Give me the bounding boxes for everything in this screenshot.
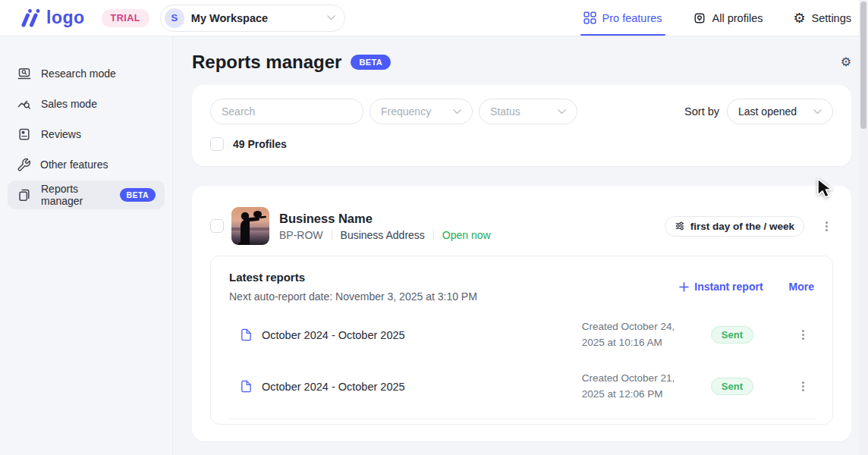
app-window: logo TRIAL S My Workspace Pro features [0, 0, 868, 455]
sidebar-item-label: Research mode [41, 67, 116, 80]
report-menu-kebab-icon[interactable] [796, 380, 810, 394]
app-logo[interactable]: logo [18, 8, 85, 28]
documents-icon [17, 187, 32, 202]
chevron-down-icon [327, 15, 335, 20]
sort-select[interactable]: Last opened [727, 99, 833, 124]
file-icon [240, 328, 253, 342]
report-frequency-pill[interactable]: first day of the / week [665, 216, 804, 237]
grid-icon [583, 11, 596, 24]
created-line1: Created October 21, [582, 372, 675, 384]
sort-value: Last opened [738, 105, 797, 118]
sidebar: Research mode Sales mode Reviews [0, 36, 173, 455]
chevron-down-icon [813, 109, 822, 115]
next-report-date: Next auto-report date: November 3, 2025 … [229, 290, 477, 303]
profiles-count-label: 49 Profiles [233, 138, 287, 150]
sidebar-item-label: Reviews [41, 128, 81, 140]
nav-pro-features[interactable]: Pro features [583, 0, 662, 36]
latest-reports-card: Latest reports Next auto-report date: No… [210, 256, 833, 425]
logo-mark-icon [18, 8, 41, 28]
search-input[interactable] [222, 105, 352, 118]
frequency-select[interactable]: Frequency [370, 99, 473, 124]
instant-report-button[interactable]: Instant report [679, 281, 763, 293]
plus-icon [679, 282, 689, 292]
report-title: October 2024 - October 2025 [262, 329, 582, 341]
page-title: Reports manager [192, 52, 341, 73]
page-beta-badge: BETA [351, 55, 391, 70]
workspace-avatar: S [165, 8, 184, 28]
scrollbar-track[interactable] [859, 0, 868, 455]
logo-text: logo [46, 8, 85, 28]
workspace-selector[interactable]: S My Workspace [160, 5, 345, 32]
created-line2: 2025 at 12:06 PM [582, 388, 663, 400]
laptop-search-icon [17, 66, 32, 81]
mouse-cursor [816, 178, 835, 199]
instant-report-label: Instant report [694, 281, 763, 293]
beta-badge: BETA [120, 188, 156, 202]
chevron-down-icon [453, 109, 461, 115]
frequency-pill-label: first day of the / week [690, 221, 794, 232]
top-navigation: Pro features All profiles Settings [583, 0, 851, 36]
sidebar-item-label: Reports manager [41, 183, 111, 207]
topbar: logo TRIAL S My Workspace Pro features [0, 0, 868, 36]
divider [332, 230, 332, 240]
nav-settings[interactable]: Settings [793, 0, 851, 36]
report-created-date: Created October 21, 2025 at 12:06 PM [582, 371, 702, 403]
created-line1: Created October 24, [582, 321, 675, 332]
report-menu-kebab-icon[interactable] [796, 328, 810, 342]
select-all-checkbox[interactable] [210, 137, 224, 151]
profile-card-icon [693, 11, 706, 25]
filters-card: Frequency Status Sort by [192, 85, 851, 166]
sliders-icon [675, 221, 685, 231]
sidebar-item-reports-manager[interactable]: Reports manager BETA [8, 180, 165, 209]
status-badge: Sent [711, 378, 753, 395]
page-settings-gear-icon[interactable] [841, 55, 851, 69]
sidebar-item-sales-mode[interactable]: Sales mode [8, 89, 165, 118]
file-icon [240, 379, 253, 394]
more-button[interactable]: More [789, 281, 814, 293]
business-code: BP-ROW [279, 229, 323, 241]
nav-all-profiles[interactable]: All profiles [693, 0, 763, 36]
nav-all-profiles-label: All profiles [712, 12, 763, 24]
sidebar-item-label: Other features [40, 158, 108, 171]
latest-reports-title: Latest reports [229, 271, 477, 284]
search-input-wrap [210, 99, 363, 124]
divider [433, 230, 434, 240]
business-checkbox[interactable] [210, 219, 224, 233]
scrollbar-thumb[interactable] [860, 2, 866, 129]
gear-icon [793, 11, 805, 25]
status-badge: Sent [711, 326, 753, 344]
business-address: Business Address [341, 229, 425, 241]
sidebar-item-research-mode[interactable]: Research mode [8, 59, 165, 88]
business-menu-kebab-icon[interactable] [819, 219, 833, 233]
business-card: Business Name BP-ROW Business Address Op… [192, 186, 851, 441]
created-line2: 2025 at 10:16 AM [582, 337, 662, 348]
sidebar-item-label: Sales mode [41, 98, 97, 110]
divider [228, 419, 816, 419]
sidebar-item-reviews[interactable]: Reviews [8, 120, 165, 149]
main-content: Reports manager BETA Frequency [173, 36, 868, 455]
business-name: Business Name [279, 212, 491, 226]
report-row[interactable]: October 2024 - October 2025 Created Octo… [229, 319, 814, 351]
status-select[interactable]: Status [479, 99, 577, 124]
nav-pro-features-label: Pro features [602, 12, 662, 24]
business-thumbnail [231, 207, 269, 245]
business-photo [231, 207, 269, 245]
wrench-icon [17, 158, 31, 172]
report-title: October 2024 - October 2025 [262, 381, 582, 393]
trial-badge: TRIAL [102, 9, 149, 27]
report-created-date: Created October 24, 2025 at 10:16 AM [582, 319, 702, 351]
workspace-name: My Workspace [191, 12, 320, 24]
open-status: Open now [442, 229, 491, 241]
status-placeholder: Status [490, 105, 520, 118]
frequency-placeholder: Frequency [381, 105, 431, 118]
sidebar-item-other-features[interactable]: Other features [8, 150, 165, 179]
chevron-down-icon [558, 109, 566, 115]
nav-settings-label: Settings [812, 12, 851, 24]
sort-by-label: Sort by [684, 105, 719, 118]
review-card-icon [17, 127, 32, 142]
chart-search-icon [17, 96, 32, 111]
report-row[interactable]: October 2024 - October 2025 Created Octo… [229, 371, 814, 403]
